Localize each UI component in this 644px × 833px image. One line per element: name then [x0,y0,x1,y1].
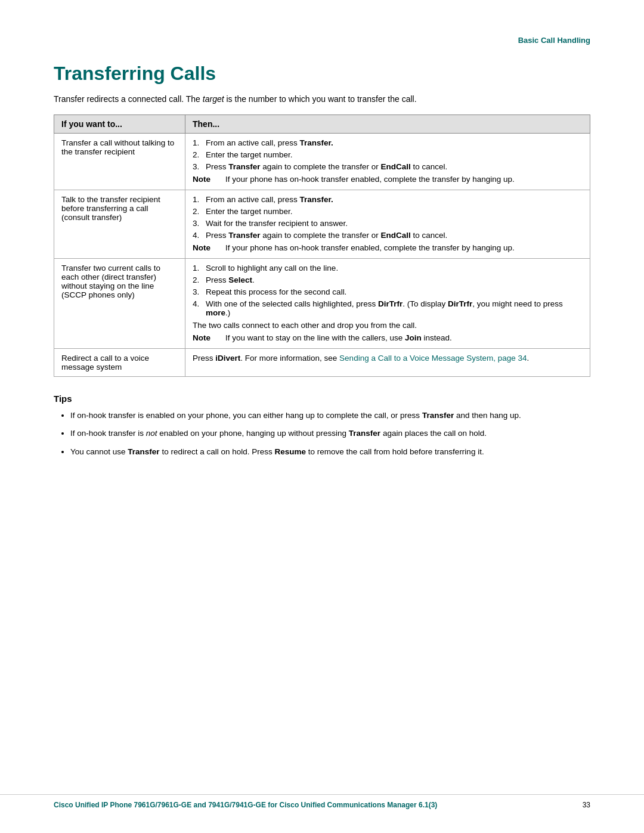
footer-left: Cisco Unified IP Phone 7961G/7961G-GE an… [54,801,437,809]
intro-text: Transfer redirects a connected call. The… [54,94,590,104]
row2-then: 1.From an active call, press Transfer. 2… [185,190,590,259]
voice-message-link[interactable]: Sending a Call to a Voice Message System… [339,354,527,363]
page-footer: Cisco Unified IP Phone 7961G/7961G-GE an… [0,794,644,809]
page: Basic Call Handling Transferring Calls T… [0,0,644,833]
section-header: Basic Call Handling [54,36,590,45]
tips-list: If on-hook transfer is enabled on your p… [54,410,590,458]
table-row: Transfer two current calls to each other… [54,259,590,349]
table-row: Transfer a call without talking to the t… [54,134,590,190]
page-title: Transferring Calls [54,63,590,85]
row4-then: Press iDivert. For more information, see… [185,349,590,377]
table-row: Talk to the transfer recipient before tr… [54,190,590,259]
col1-header: If you want to... [54,115,185,134]
list-item: If on-hook transfer is not enabled on yo… [70,428,590,439]
row2-want: Talk to the transfer recipient before tr… [54,190,185,259]
list-item: If on-hook transfer is enabled on your p… [70,410,590,422]
tips-title: Tips [54,394,590,404]
col2-header: Then... [185,115,590,134]
row1-then: 1.From an active call, press Transfer. 2… [185,134,590,190]
list-item: You cannot use Transfer to redirect a ca… [70,446,590,458]
section-label: Basic Call Handling [518,36,590,45]
table-row: Redirect a call to a voice message syste… [54,349,590,377]
tips-section: Tips If on-hook transfer is enabled on y… [54,394,590,458]
row4-want: Redirect a call to a voice message syste… [54,349,185,377]
row1-want: Transfer a call without talking to the t… [54,134,185,190]
row3-want: Transfer two current calls to each other… [54,259,185,349]
row3-then: 1.Scroll to highlight any call on the li… [185,259,590,349]
footer-page: 33 [583,801,590,809]
transfer-table: If you want to... Then... Transfer a cal… [54,114,590,377]
